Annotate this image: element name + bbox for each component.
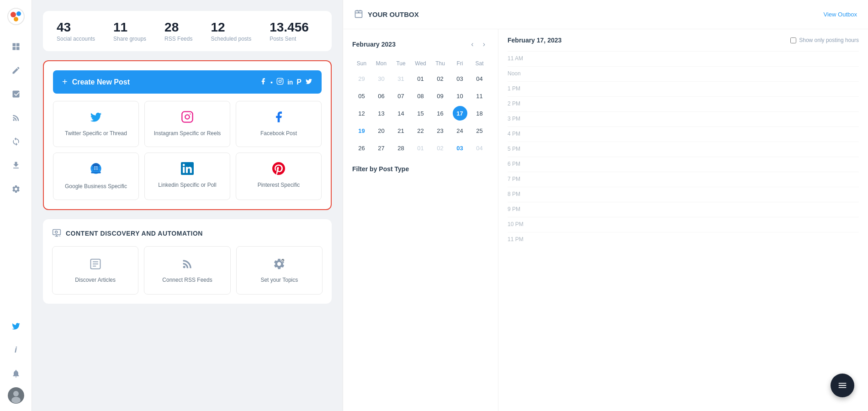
cal-day[interactable]: 08 [413, 89, 428, 103]
twitter-icon-btn [305, 78, 312, 87]
cal-day[interactable]: 04 [472, 141, 487, 155]
sidebar-item-dashboard[interactable] [6, 37, 26, 57]
instagram-type-label: Instagram Specific or Reels [154, 130, 221, 137]
time-slot-11pm: 11 PM [508, 232, 859, 247]
pinterest-platform-icon [272, 162, 285, 177]
cal-day[interactable]: 03 [453, 71, 467, 86]
cal-day[interactable]: 04 [472, 71, 487, 86]
time-label: Noon [508, 69, 530, 77]
post-type-google[interactable]: Google Business Specific [53, 153, 139, 200]
calendar-month: February 2023 [352, 41, 396, 48]
cal-day-today[interactable]: 17 [453, 106, 467, 121]
cal-day[interactable]: 01 [413, 141, 428, 155]
time-label: 3 PM [508, 115, 530, 122]
sidebar-item-analytics[interactable] [6, 132, 26, 152]
cal-day[interactable]: 11 [472, 89, 487, 103]
post-type-linkedin[interactable]: Linkedin Specific or Poll [144, 153, 230, 200]
svg-point-11 [185, 115, 189, 119]
time-slot-2pm: 2 PM [508, 96, 859, 111]
stat-posts-sent: 13.456 Posts Sent [270, 20, 309, 42]
cal-day[interactable]: 15 [413, 106, 428, 121]
cal-day[interactable]: 26 [355, 141, 369, 155]
cal-day[interactable]: 12 [355, 106, 369, 121]
selected-date: February 17, 2023 [508, 37, 561, 44]
stat-number-scheduled: 12 [211, 20, 251, 35]
cal-day[interactable]: 23 [433, 123, 448, 138]
cal-day[interactable]: 20 [374, 123, 389, 138]
time-content [536, 84, 859, 94]
cal-day[interactable]: 21 [394, 123, 408, 138]
cal-day[interactable]: 27 [374, 141, 389, 155]
cal-day[interactable]: 01 [413, 71, 428, 86]
cal-day[interactable]: 05 [355, 89, 369, 103]
cal-day[interactable]: 18 [472, 106, 487, 121]
cal-day[interactable]: 29 [355, 71, 369, 86]
time-label: 1 PM [508, 84, 530, 92]
cal-day[interactable]: 02 [433, 141, 448, 155]
sidebar-item-feeds[interactable] [6, 108, 26, 128]
svg-rect-15 [91, 172, 101, 174]
cal-day[interactable]: 16 [433, 106, 448, 121]
linkedin-icon-btn: in [287, 79, 293, 86]
cal-day[interactable]: 28 [394, 141, 408, 155]
cal-day[interactable]: 14 [394, 106, 408, 121]
calendar-next-button[interactable]: › [479, 38, 489, 50]
view-outbox-link[interactable]: View Outbox [824, 11, 857, 18]
cal-day[interactable]: 06 [374, 89, 389, 103]
cal-day[interactable]: 30 [374, 71, 389, 86]
cal-day[interactable]: 25 [472, 123, 487, 138]
main-content: 43 Social accounts 11 Share groups 28 RS… [32, 0, 868, 411]
cal-day[interactable]: 24 [453, 123, 467, 138]
svg-point-17 [55, 231, 58, 233]
time-slot-7pm: 7 PM [508, 172, 859, 187]
sidebar-item-download[interactable] [6, 155, 26, 175]
cal-day[interactable]: 22 [413, 123, 428, 138]
time-label: 5 PM [508, 145, 530, 152]
show-posting-label[interactable]: Show only posting hours [790, 37, 859, 43]
sidebar-item-compose[interactable] [6, 60, 26, 80]
cal-day[interactable]: 07 [394, 89, 408, 103]
user-avatar[interactable] [8, 387, 24, 404]
social-icons-row: ▪ in P [259, 78, 312, 87]
post-types-grid: Twitter Specific or Thread Instagram Spe… [53, 101, 322, 200]
post-type-pinterest[interactable]: Pinterest Specific [236, 153, 322, 200]
set-topics-card[interactable]: Set your Topics [236, 246, 323, 295]
calendar-prev-button[interactable]: ‹ [467, 38, 477, 50]
cal-day-event[interactable]: 19 [355, 123, 369, 138]
post-type-twitter[interactable]: Twitter Specific or Thread [53, 101, 139, 147]
sidebar-item-twitter[interactable] [6, 316, 26, 336]
cal-day[interactable]: 09 [433, 89, 448, 103]
facebook-platform-icon [272, 111, 285, 125]
time-content [536, 69, 859, 79]
cal-day[interactable]: 03 [453, 141, 467, 155]
sidebar-item-settings[interactable] [6, 179, 26, 199]
post-type-instagram[interactable]: Instagram Specific or Reels [144, 101, 230, 147]
connect-rss-card[interactable]: Connect RSS Feeds [144, 246, 230, 295]
sidebar-item-notifications[interactable] [6, 364, 26, 384]
cal-day[interactable]: 13 [374, 106, 389, 121]
discover-articles-card[interactable]: Discover Articles [52, 246, 138, 295]
fab-button[interactable] [831, 374, 854, 397]
left-panel: 43 Social accounts 11 Share groups 28 RS… [32, 0, 343, 411]
pinterest-type-label: Pinterest Specific [258, 181, 300, 189]
time-label: 6 PM [508, 160, 530, 167]
sidebar-item-info[interactable]: i [6, 340, 26, 360]
show-posting-checkbox[interactable] [790, 37, 796, 43]
cal-day[interactable]: 02 [433, 71, 448, 86]
discovery-grid: Discover Articles Connect RSS Feeds [52, 246, 323, 295]
instagram-platform-icon [181, 111, 194, 125]
discovery-title-text: CONTENT DISCOVERY AND AUTOMATION [66, 230, 203, 237]
time-slot-10pm: 10 PM [508, 217, 859, 232]
svg-point-5 [13, 391, 19, 396]
create-post-section: + Create New Post ▪ in P [43, 60, 332, 210]
set-topics-icon [273, 258, 286, 272]
cal-day[interactable]: 10 [453, 89, 467, 103]
svg-point-24 [358, 12, 359, 13]
post-type-facebook[interactable]: Facebook Post [236, 101, 322, 147]
sidebar-item-posts[interactable] [6, 84, 26, 104]
twitter-platform-icon [90, 111, 102, 125]
time-label: 8 PM [508, 190, 530, 197]
cal-day[interactable]: 31 [394, 71, 408, 86]
logo[interactable] [7, 7, 25, 27]
create-new-post-button[interactable]: + Create New Post ▪ in P [53, 70, 322, 94]
